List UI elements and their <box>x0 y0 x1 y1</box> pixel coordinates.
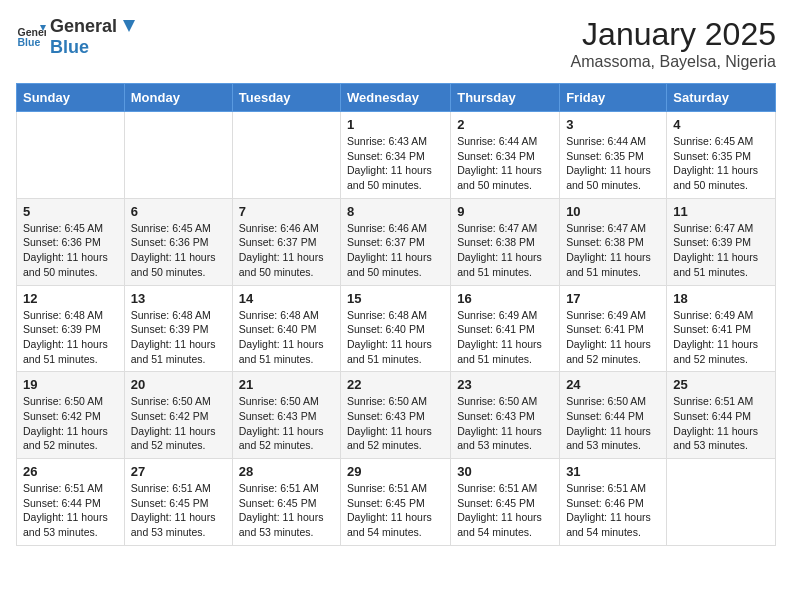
day-info: Sunrise: 6:46 AM Sunset: 6:37 PM Dayligh… <box>239 221 334 280</box>
day-number: 15 <box>347 291 444 306</box>
day-number: 22 <box>347 377 444 392</box>
title-block: January 2025 Amassoma, Bayelsa, Nigeria <box>571 16 776 71</box>
calendar-cell: 26Sunrise: 6:51 AM Sunset: 6:44 PM Dayli… <box>17 459 125 546</box>
calendar-cell: 27Sunrise: 6:51 AM Sunset: 6:45 PM Dayli… <box>124 459 232 546</box>
header-day-thursday: Thursday <box>451 84 560 112</box>
day-info: Sunrise: 6:45 AM Sunset: 6:36 PM Dayligh… <box>131 221 226 280</box>
day-number: 30 <box>457 464 553 479</box>
logo-text-blue: Blue <box>50 37 89 57</box>
day-number: 23 <box>457 377 553 392</box>
location-title: Amassoma, Bayelsa, Nigeria <box>571 53 776 71</box>
calendar-cell: 9Sunrise: 6:47 AM Sunset: 6:38 PM Daylig… <box>451 198 560 285</box>
day-number: 2 <box>457 117 553 132</box>
calendar-cell: 19Sunrise: 6:50 AM Sunset: 6:42 PM Dayli… <box>17 372 125 459</box>
day-number: 3 <box>566 117 660 132</box>
day-info: Sunrise: 6:50 AM Sunset: 6:43 PM Dayligh… <box>347 394 444 453</box>
day-info: Sunrise: 6:47 AM Sunset: 6:38 PM Dayligh… <box>566 221 660 280</box>
day-number: 17 <box>566 291 660 306</box>
day-info: Sunrise: 6:49 AM Sunset: 6:41 PM Dayligh… <box>566 308 660 367</box>
calendar-cell: 20Sunrise: 6:50 AM Sunset: 6:42 PM Dayli… <box>124 372 232 459</box>
day-info: Sunrise: 6:51 AM Sunset: 6:44 PM Dayligh… <box>673 394 769 453</box>
week-row-3: 12Sunrise: 6:48 AM Sunset: 6:39 PM Dayli… <box>17 285 776 372</box>
day-info: Sunrise: 6:44 AM Sunset: 6:35 PM Dayligh… <box>566 134 660 193</box>
week-row-5: 26Sunrise: 6:51 AM Sunset: 6:44 PM Dayli… <box>17 459 776 546</box>
calendar-cell: 1Sunrise: 6:43 AM Sunset: 6:34 PM Daylig… <box>341 112 451 199</box>
day-info: Sunrise: 6:51 AM Sunset: 6:46 PM Dayligh… <box>566 481 660 540</box>
header-day-monday: Monday <box>124 84 232 112</box>
day-info: Sunrise: 6:51 AM Sunset: 6:45 PM Dayligh… <box>347 481 444 540</box>
logo: General Blue General Blue <box>16 16 137 58</box>
day-number: 27 <box>131 464 226 479</box>
calendar-cell: 28Sunrise: 6:51 AM Sunset: 6:45 PM Dayli… <box>232 459 340 546</box>
calendar-cell: 14Sunrise: 6:48 AM Sunset: 6:40 PM Dayli… <box>232 285 340 372</box>
day-number: 25 <box>673 377 769 392</box>
calendar-cell <box>124 112 232 199</box>
day-number: 16 <box>457 291 553 306</box>
calendar-cell: 11Sunrise: 6:47 AM Sunset: 6:39 PM Dayli… <box>667 198 776 285</box>
calendar-cell: 29Sunrise: 6:51 AM Sunset: 6:45 PM Dayli… <box>341 459 451 546</box>
calendar-cell: 24Sunrise: 6:50 AM Sunset: 6:44 PM Dayli… <box>560 372 667 459</box>
month-title: January 2025 <box>571 16 776 53</box>
header-day-friday: Friday <box>560 84 667 112</box>
day-info: Sunrise: 6:48 AM Sunset: 6:40 PM Dayligh… <box>347 308 444 367</box>
logo-text-general: General <box>50 16 117 37</box>
day-info: Sunrise: 6:51 AM Sunset: 6:45 PM Dayligh… <box>131 481 226 540</box>
day-number: 19 <box>23 377 118 392</box>
day-number: 8 <box>347 204 444 219</box>
day-number: 11 <box>673 204 769 219</box>
day-number: 26 <box>23 464 118 479</box>
header-day-sunday: Sunday <box>17 84 125 112</box>
week-row-2: 5Sunrise: 6:45 AM Sunset: 6:36 PM Daylig… <box>17 198 776 285</box>
header-row: SundayMondayTuesdayWednesdayThursdayFrid… <box>17 84 776 112</box>
day-info: Sunrise: 6:50 AM Sunset: 6:43 PM Dayligh… <box>239 394 334 453</box>
header-day-wednesday: Wednesday <box>341 84 451 112</box>
logo-triangle-icon <box>119 18 137 36</box>
calendar-cell: 16Sunrise: 6:49 AM Sunset: 6:41 PM Dayli… <box>451 285 560 372</box>
calendar-cell: 8Sunrise: 6:46 AM Sunset: 6:37 PM Daylig… <box>341 198 451 285</box>
calendar-cell: 4Sunrise: 6:45 AM Sunset: 6:35 PM Daylig… <box>667 112 776 199</box>
calendar-cell: 21Sunrise: 6:50 AM Sunset: 6:43 PM Dayli… <box>232 372 340 459</box>
svg-text:Blue: Blue <box>18 36 41 48</box>
day-info: Sunrise: 6:51 AM Sunset: 6:44 PM Dayligh… <box>23 481 118 540</box>
calendar-cell: 23Sunrise: 6:50 AM Sunset: 6:43 PM Dayli… <box>451 372 560 459</box>
day-info: Sunrise: 6:45 AM Sunset: 6:36 PM Dayligh… <box>23 221 118 280</box>
day-info: Sunrise: 6:47 AM Sunset: 6:39 PM Dayligh… <box>673 221 769 280</box>
day-info: Sunrise: 6:46 AM Sunset: 6:37 PM Dayligh… <box>347 221 444 280</box>
day-number: 21 <box>239 377 334 392</box>
day-number: 9 <box>457 204 553 219</box>
day-info: Sunrise: 6:51 AM Sunset: 6:45 PM Dayligh… <box>457 481 553 540</box>
calendar-cell: 15Sunrise: 6:48 AM Sunset: 6:40 PM Dayli… <box>341 285 451 372</box>
calendar-cell: 31Sunrise: 6:51 AM Sunset: 6:46 PM Dayli… <box>560 459 667 546</box>
day-number: 24 <box>566 377 660 392</box>
day-info: Sunrise: 6:47 AM Sunset: 6:38 PM Dayligh… <box>457 221 553 280</box>
day-info: Sunrise: 6:51 AM Sunset: 6:45 PM Dayligh… <box>239 481 334 540</box>
day-info: Sunrise: 6:50 AM Sunset: 6:42 PM Dayligh… <box>131 394 226 453</box>
calendar-cell <box>667 459 776 546</box>
header-day-saturday: Saturday <box>667 84 776 112</box>
day-number: 13 <box>131 291 226 306</box>
day-number: 4 <box>673 117 769 132</box>
day-info: Sunrise: 6:49 AM Sunset: 6:41 PM Dayligh… <box>673 308 769 367</box>
day-number: 14 <box>239 291 334 306</box>
page-header: General Blue General Blue January 2025 A… <box>16 16 776 71</box>
day-info: Sunrise: 6:45 AM Sunset: 6:35 PM Dayligh… <box>673 134 769 193</box>
day-number: 12 <box>23 291 118 306</box>
day-number: 1 <box>347 117 444 132</box>
calendar-cell: 25Sunrise: 6:51 AM Sunset: 6:44 PM Dayli… <box>667 372 776 459</box>
calendar-cell: 2Sunrise: 6:44 AM Sunset: 6:34 PM Daylig… <box>451 112 560 199</box>
calendar-table: SundayMondayTuesdayWednesdayThursdayFrid… <box>16 83 776 546</box>
day-number: 5 <box>23 204 118 219</box>
calendar-cell: 18Sunrise: 6:49 AM Sunset: 6:41 PM Dayli… <box>667 285 776 372</box>
day-info: Sunrise: 6:48 AM Sunset: 6:39 PM Dayligh… <box>131 308 226 367</box>
day-number: 20 <box>131 377 226 392</box>
calendar-cell: 13Sunrise: 6:48 AM Sunset: 6:39 PM Dayli… <box>124 285 232 372</box>
day-info: Sunrise: 6:48 AM Sunset: 6:39 PM Dayligh… <box>23 308 118 367</box>
day-number: 6 <box>131 204 226 219</box>
logo-icon: General Blue <box>16 22 46 52</box>
calendar-cell <box>17 112 125 199</box>
day-number: 29 <box>347 464 444 479</box>
calendar-cell: 22Sunrise: 6:50 AM Sunset: 6:43 PM Dayli… <box>341 372 451 459</box>
week-row-1: 1Sunrise: 6:43 AM Sunset: 6:34 PM Daylig… <box>17 112 776 199</box>
day-number: 18 <box>673 291 769 306</box>
day-info: Sunrise: 6:44 AM Sunset: 6:34 PM Dayligh… <box>457 134 553 193</box>
